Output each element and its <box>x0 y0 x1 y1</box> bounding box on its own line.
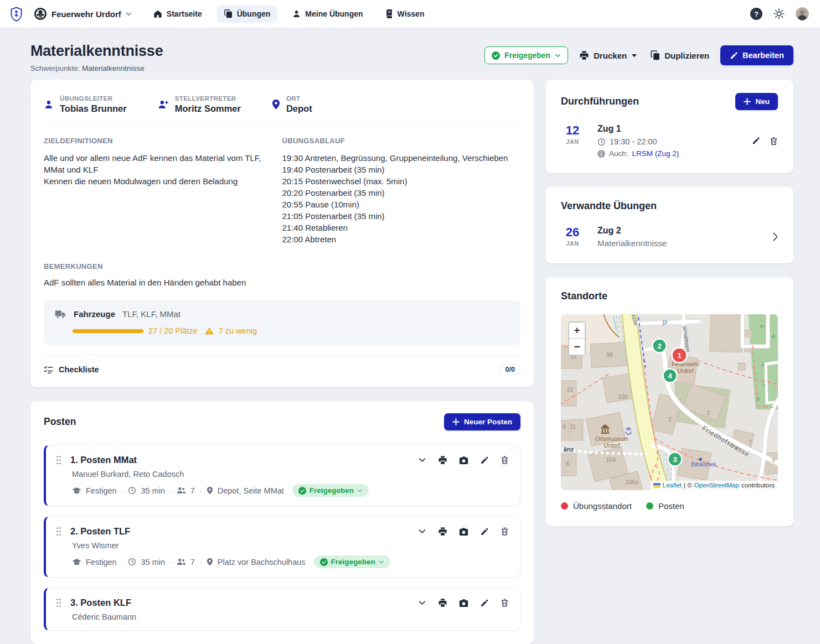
check-circle-icon <box>298 487 306 495</box>
print-icon[interactable] <box>438 455 447 465</box>
edit-icon[interactable] <box>480 599 489 607</box>
related-entry-title: Zug 2 <box>597 226 760 236</box>
posten-meta: Festigen · 35 min · 7 · Depot, Seite MMa… <box>72 484 509 497</box>
help-button[interactable]: ? <box>750 8 762 20</box>
executions-card: Durchführungen Neu 12 JAN Zug 1 19:30 - … <box>545 80 793 173</box>
map-marker-3[interactable]: 3 <box>668 453 682 466</box>
camera-icon[interactable] <box>459 527 468 536</box>
related-entry-subtitle: Materialkenntnisse <box>597 238 760 248</box>
posten-status-badge[interactable]: Freigegeben <box>292 484 369 497</box>
related-title: Verwandte Übungen <box>561 200 657 212</box>
remarks-text: AdF sollten alles Material in den Händen… <box>44 278 520 287</box>
checklist-label: Checkliste <box>59 365 99 374</box>
expand-chevron-icon[interactable] <box>418 527 426 536</box>
edit-button[interactable]: Bearbeiten <box>720 45 793 65</box>
theme-toggle-sun-icon[interactable] <box>773 8 785 19</box>
also-link[interactable]: LRSM (Zug 2) <box>632 149 679 158</box>
checklist-count-badge: 0/0 <box>500 364 520 375</box>
drag-handle-icon[interactable] <box>56 455 61 465</box>
print-button[interactable]: Drucken <box>577 47 640 64</box>
edit-icon[interactable] <box>480 456 489 465</box>
book-icon <box>385 9 393 18</box>
checklist-row[interactable]: Checkliste 0/0 <box>44 355 520 377</box>
green-dot-icon <box>646 502 653 510</box>
map-marker-1[interactable]: 1 <box>672 348 687 363</box>
execution-title: Zug 1 <box>597 124 739 134</box>
map-label: Urdorf <box>604 442 620 449</box>
map-label: 8 <box>566 460 569 467</box>
exercise-info-row: ÜBUNGSLEITER Tobias Brunner STELLVERTRET… <box>44 92 520 124</box>
camera-icon[interactable] <box>459 456 468 465</box>
zoom-in-button[interactable]: + <box>569 323 585 339</box>
posten-item-title: 3. Posten KLF <box>70 598 131 608</box>
user-avatar[interactable] <box>796 7 809 20</box>
capacity-warning: 7 zu wenig <box>219 326 257 335</box>
map-marker-2[interactable]: 2 <box>653 339 667 353</box>
delete-icon[interactable] <box>501 527 509 536</box>
focus-subtitle: Schwerpunkte: Materialkenntnisse <box>30 64 163 72</box>
training-type-icon <box>72 558 81 566</box>
map-label: änz <box>564 446 574 453</box>
vehicles-box: Fahrzeuge TLF, KLF, MMat 27 / 20 Plätze … <box>44 300 520 345</box>
posten-people: Céderic Baumann <box>72 612 509 621</box>
nav-item-wissen[interactable]: Wissen <box>378 5 432 23</box>
map-canvas: assePalmattweg1598131009118104106a2379Fe… <box>561 314 778 490</box>
nav-item-uebungen[interactable]: Übungen <box>217 5 278 23</box>
drag-handle-icon[interactable] <box>56 527 61 536</box>
nav-item-meine-uebungen[interactable]: Meine Übungen <box>285 5 370 23</box>
status-dropdown-button[interactable]: Freigegeben <box>484 46 568 64</box>
execution-date: 12 JAN <box>561 124 584 145</box>
people-icon <box>177 558 186 565</box>
edit-execution-icon[interactable] <box>752 137 760 146</box>
copy-icon <box>651 50 660 60</box>
chevron-down-icon <box>126 12 132 16</box>
deputy-group: STELLVERTRETER Moritz Sommer <box>158 95 241 114</box>
execution-entry: 12 JAN Zug 1 19:30 - 22:00 Auch: LRSM (Z… <box>561 124 778 158</box>
org-selector[interactable]: Feuerwehr Urdorf <box>34 7 132 20</box>
chevron-right-icon[interactable] <box>773 232 778 241</box>
posten-item: 2. Posten TLF Yves Wismer Festigen · 35 … <box>44 516 520 578</box>
related-entry[interactable]: 26 JAN Zug 2 Materialkenntnisse <box>561 226 778 248</box>
print-icon[interactable] <box>438 527 447 536</box>
map-label: 100 <box>618 393 628 400</box>
expand-chevron-icon[interactable] <box>418 456 426 464</box>
expand-chevron-icon[interactable] <box>418 599 426 607</box>
header-actions: Freigegeben Drucken Duplizieren Bearbeit… <box>484 45 793 65</box>
svg-text:1: 1 <box>677 351 681 360</box>
top-nav: Feuerwehr Urdorf Startseite Übungen Mein… <box>0 0 820 28</box>
page-header: Materialkenntnisse Schwerpunkte: Materia… <box>0 28 820 72</box>
zoom-out-button[interactable]: − <box>569 339 585 355</box>
print-icon[interactable] <box>438 598 447 607</box>
posten-people: Manuel Burkard, Reto Cadosch <box>72 470 509 479</box>
posten-item: 1. Posten MMat Manuel Burkard, Reto Cado… <box>44 445 520 506</box>
exercise-details-card: ÜBUNGSLEITER Tobias Brunner STELLVERTRET… <box>30 80 534 387</box>
osm-link[interactable]: OpenStreetMap <box>694 482 739 489</box>
delete-icon[interactable] <box>501 455 509 465</box>
truck-icon <box>55 310 66 319</box>
new-execution-button[interactable]: Neu <box>735 93 778 110</box>
map-marker-4[interactable]: 4 <box>663 369 677 383</box>
schedule-section: ÜBUNGSABLAUF 19:30 Antreten, Begrüssung,… <box>282 137 521 245</box>
camera-icon[interactable] <box>459 599 468 607</box>
leaflet-link[interactable]: Leaflet <box>663 482 682 489</box>
app-logo-shield-icon <box>10 7 23 22</box>
map-label: 9 <box>772 458 775 464</box>
delete-icon[interactable] <box>501 598 509 607</box>
posten-status-badge[interactable]: Freigegeben <box>314 555 390 568</box>
clock-icon <box>128 486 136 495</box>
duplicate-button[interactable]: Duplizieren <box>648 47 711 64</box>
delete-execution-icon[interactable] <box>770 137 778 146</box>
nav-item-startseite[interactable]: Startseite <box>146 5 209 23</box>
printer-icon <box>579 50 589 60</box>
edit-icon[interactable] <box>480 527 489 536</box>
map[interactable]: + − <box>561 314 778 490</box>
page-title: Materialkenntnisse <box>30 43 163 60</box>
map-zoom-control: + − <box>568 321 586 356</box>
goals-section: ZIELDEFINITIONEN Alle und vor allem neue… <box>44 137 282 245</box>
chevron-down-icon <box>555 54 561 58</box>
svg-text:4: 4 <box>668 372 672 380</box>
goals-label: ZIELDEFINITIONEN <box>44 137 282 145</box>
execution-also: Auch: LRSM (Zug 2) <box>597 149 739 158</box>
new-posten-button[interactable]: Neuer Posten <box>444 413 520 430</box>
drag-handle-icon[interactable] <box>56 598 61 607</box>
